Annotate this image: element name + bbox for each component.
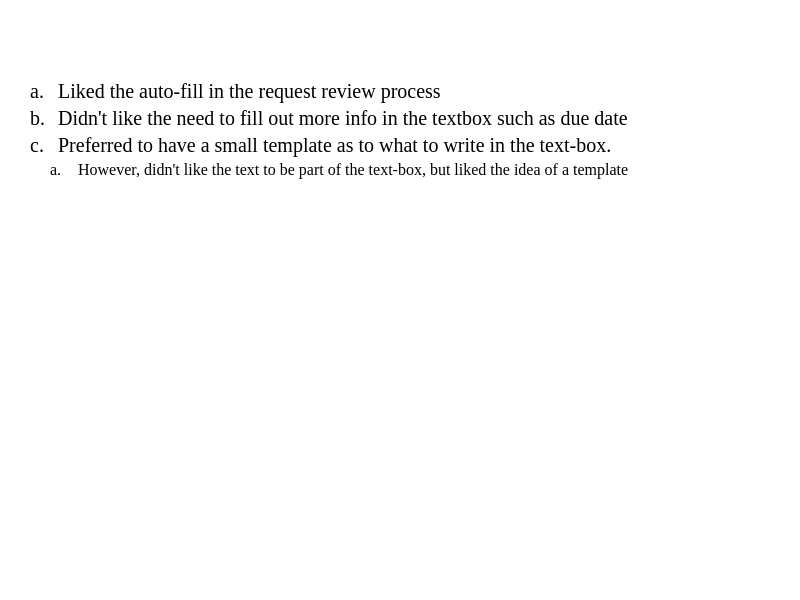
inner-list: a. However, didn't like the text to be p… (50, 161, 628, 183)
list-marker-a: a. (30, 80, 58, 103)
list-item-a: a. Liked the auto-fill in the request re… (30, 80, 770, 103)
list-marker-c: c. (30, 134, 58, 157)
list-item-b: b. Didn't like the need to fill out more… (30, 107, 770, 130)
list-text-a: Liked the auto-fill in the request revie… (58, 80, 770, 103)
list-marker-b: b. (30, 107, 58, 130)
inner-list-marker-a: a. (50, 161, 78, 179)
list-item-c: c. Preferred to have a small template as… (30, 134, 770, 183)
list-text-c: Preferred to have a small template as to… (58, 134, 611, 157)
list-text-b: Didn't like the need to fill out more in… (58, 107, 770, 130)
inner-list-item-a: a. However, didn't like the text to be p… (50, 161, 628, 179)
inner-list-text-a: However, didn't like the text to be part… (78, 161, 628, 179)
main-content: a. Liked the auto-fill in the request re… (0, 0, 800, 217)
outer-list: a. Liked the auto-fill in the request re… (30, 80, 770, 183)
